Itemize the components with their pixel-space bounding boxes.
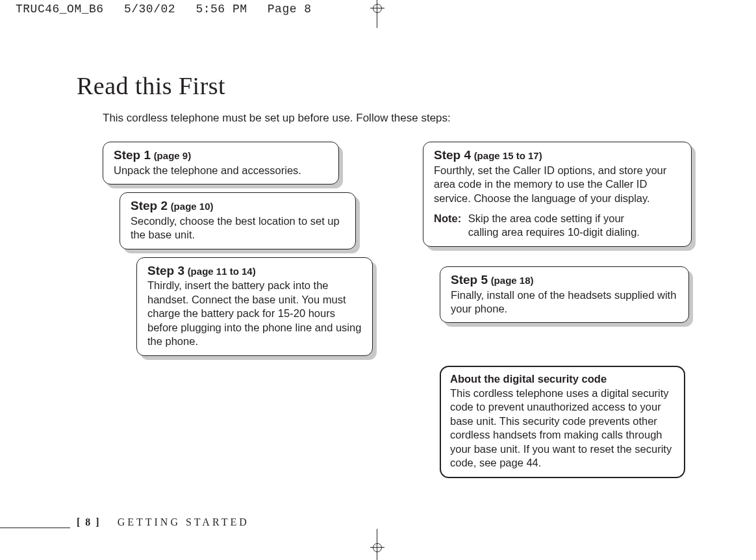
step-2-title: Step 2 bbox=[131, 199, 168, 212]
step-4-pages: (page 15 to 17) bbox=[474, 150, 542, 161]
registration-mark-top bbox=[361, 0, 394, 31]
step-3-title: Step 3 bbox=[147, 264, 184, 277]
column-left: Step 1 (page 9) Unpack the telephone and… bbox=[77, 142, 397, 364]
column-right: Step 4 (page 15 to 17) Fourthly, set the… bbox=[423, 142, 717, 478]
intro-text: This cordless telephone must be set up b… bbox=[103, 112, 717, 125]
step-1-title: Step 1 bbox=[114, 148, 151, 162]
security-info-title: About the digital security code bbox=[450, 373, 607, 385]
proof-filename: TRUC46_OM_B6 bbox=[16, 3, 104, 16]
page-content: Read this First This cordless telephone … bbox=[77, 71, 717, 478]
step-4-note-label: Note: bbox=[434, 212, 461, 225]
step-4-title: Step 4 bbox=[434, 148, 471, 162]
security-info-box: About the digital security code This cor… bbox=[440, 366, 685, 477]
step-1-box: Step 1 (page 9) Unpack the telephone and… bbox=[103, 142, 339, 185]
step-3-body: Thirdly, insert the battery pack into th… bbox=[147, 279, 361, 347]
step-4-body: Fourthly, set the Caller ID options, and… bbox=[434, 164, 666, 204]
step-1-pages: (page 9) bbox=[154, 150, 192, 161]
page-title: Read this First bbox=[77, 71, 717, 100]
step-2-box: Step 2 (page 10) Secondly, choose the be… bbox=[120, 192, 356, 249]
step-5-box: Step 5 (page 18) Finally, install one of… bbox=[440, 266, 689, 324]
step-1-body: Unpack the telephone and accessories. bbox=[114, 164, 301, 176]
step-2-pages: (page 10) bbox=[171, 201, 214, 212]
footer-section: GETTING STARTED bbox=[118, 516, 249, 528]
step-3-box: Step 3 (page 11 to 14) Thirdly, insert t… bbox=[136, 257, 373, 356]
step-5-title: Step 5 bbox=[451, 273, 488, 286]
step-2-body: Secondly, choose the best location to se… bbox=[131, 215, 340, 240]
registration-mark-bottom bbox=[361, 529, 394, 560]
step-5-body: Finally, install one of the headsets sup… bbox=[451, 289, 676, 314]
step-4-note: Note: Skip the area code setting if your… bbox=[434, 212, 681, 240]
page-footer: [ 8 ] GETTING STARTED bbox=[77, 516, 249, 528]
print-proof-header: TRUC46_OM_B6 5/30/02 5:56 PM Page 8 bbox=[16, 3, 325, 16]
step-4-note-body: Skip the area code setting if your calli… bbox=[468, 212, 657, 240]
step-4-box: Step 4 (page 15 to 17) Fourthly, set the… bbox=[423, 142, 692, 247]
columns: Step 1 (page 9) Unpack the telephone and… bbox=[77, 142, 717, 478]
proof-page: Page 8 bbox=[268, 3, 312, 16]
proof-time: 5:56 PM bbox=[195, 3, 247, 16]
security-info-body: This cordless telephone uses a digital s… bbox=[450, 387, 672, 468]
footer-page-number: [ 8 ] bbox=[77, 516, 101, 528]
step-3-pages: (page 11 to 14) bbox=[188, 266, 256, 277]
registration-mark-left bbox=[0, 528, 70, 528]
proof-date: 5/30/02 bbox=[124, 3, 175, 16]
step-5-pages: (page 18) bbox=[491, 275, 534, 286]
